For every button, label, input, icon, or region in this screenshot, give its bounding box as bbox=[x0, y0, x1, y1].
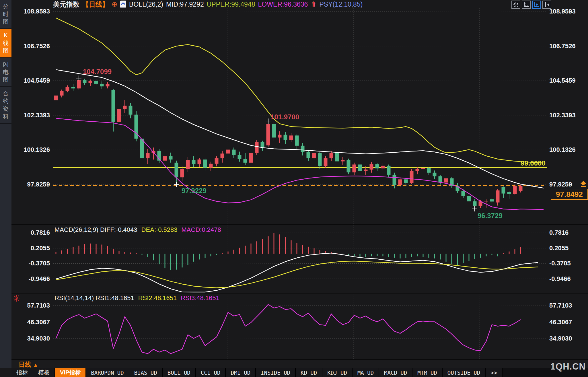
boll-indicator-label: BOLL(26,2) bbox=[129, 1, 163, 8]
date-axis-row: 日线 ▲ bbox=[11, 360, 588, 368]
period-tag[interactable]: 【日线】 bbox=[82, 0, 109, 9]
watermark: 1QH.CN bbox=[550, 362, 586, 372]
tab-mtm-ud[interactable]: MTM_UD bbox=[412, 368, 443, 377]
tab-vip指标[interactable]: VIP指标 bbox=[55, 368, 86, 377]
tab-模板[interactable]: 模板 bbox=[33, 368, 55, 377]
crosshair-tool-button[interactable] bbox=[511, 1, 520, 9]
trading-app: { "header": { "symbol": "美元指数", "period_… bbox=[0, 0, 588, 377]
tab-指标[interactable]: 指标 bbox=[11, 368, 33, 377]
axis-shift-tool-button[interactable] bbox=[542, 1, 551, 9]
sidebar-item-0[interactable]: 分时图 bbox=[0, 0, 11, 29]
rsi2-label: RSI2:48.1651 bbox=[138, 294, 177, 302]
chart-canvas[interactable] bbox=[0, 0, 588, 377]
tab-dmi-ud[interactable]: DMI_UD bbox=[226, 368, 256, 377]
axis-play-tool-button[interactable] bbox=[532, 1, 541, 9]
macd-header: MACD(26,12,9) DIFF:-0.4043 DEA:-0.5283 M… bbox=[54, 226, 221, 234]
macd-diff-label: MACD(26,12,9) DIFF:-0.4043 bbox=[54, 226, 137, 234]
psy-indicator-label: PSY(12,10,85) bbox=[319, 1, 363, 8]
mini-chart-icon[interactable] bbox=[120, 1, 126, 8]
boll-lower-value: LOWER:96.3636 bbox=[258, 1, 308, 8]
tab-boll-ud[interactable]: BOLL_UD bbox=[163, 368, 196, 377]
tab-kd-ud[interactable]: KD_UD bbox=[296, 368, 322, 377]
tab-macd-ud[interactable]: MACD_UD bbox=[379, 368, 412, 377]
tab-ma-ud[interactable]: MA_UD bbox=[353, 368, 379, 377]
rsi3-label: RSI3:48.1651 bbox=[181, 294, 219, 302]
chart-type-sidebar: 分时图K线图闪电图合约资料 bbox=[0, 0, 11, 368]
period-selector[interactable]: 日线 ▲ bbox=[19, 360, 38, 369]
tab--[interactable]: >> bbox=[486, 368, 503, 377]
tab-cci-ud[interactable]: CCI_UD bbox=[196, 368, 226, 377]
sidebar-item-3[interactable]: 合约资料 bbox=[0, 87, 11, 124]
boll-upper-value: UPPER:99.4948 bbox=[207, 1, 255, 8]
boll-mid-value: MID:97.9292 bbox=[166, 1, 204, 8]
macd-value-label: MACD:0.2478 bbox=[182, 226, 221, 234]
macd-dea-label: DEA:-0.5283 bbox=[141, 226, 178, 234]
pane-separator[interactable] bbox=[11, 293, 588, 294]
chart-toolbar bbox=[511, 1, 551, 9]
sidebar-item-2[interactable]: 闪电图 bbox=[0, 58, 11, 87]
alert-sun-icon[interactable] bbox=[13, 294, 20, 303]
symbol-title: 美元指数 bbox=[53, 0, 79, 9]
target-icon[interactable]: ⊕ bbox=[112, 1, 117, 7]
tab-barupdn-ud[interactable]: BARUPDN_UD bbox=[86, 368, 129, 377]
tab-outside-ud[interactable]: OUTSIDE_UD bbox=[443, 368, 486, 377]
rsi-header: RSI(14,14,14) RSI1:48.1651 RSI2:48.1651 … bbox=[54, 294, 219, 302]
up-arrow-icon: ⬆ bbox=[311, 0, 316, 8]
rsi1-label: RSI(14,14,14) RSI1:48.1651 bbox=[54, 294, 134, 302]
chart-header: 美元指数 【日线】 ⊕ BOLL(26,2) MID:97.9292 UPPER… bbox=[53, 0, 363, 9]
indicator-tab-bar: 指标模板VIP指标BARUPDN_UDBIAS_UDBOLL_UDCCI_UDD… bbox=[11, 368, 588, 377]
triangle-up-icon: ▲ bbox=[33, 362, 38, 368]
axis-scale-tool-button[interactable] bbox=[522, 1, 531, 9]
sidebar-item-1[interactable]: K线图 bbox=[0, 29, 11, 58]
tab-bias-ud[interactable]: BIAS_UD bbox=[129, 368, 163, 377]
tab-kdj-ud[interactable]: KDJ_UD bbox=[322, 368, 353, 377]
tab-inside-ud[interactable]: INSIDE_UD bbox=[256, 368, 296, 377]
pane-separator[interactable] bbox=[11, 224, 588, 225]
